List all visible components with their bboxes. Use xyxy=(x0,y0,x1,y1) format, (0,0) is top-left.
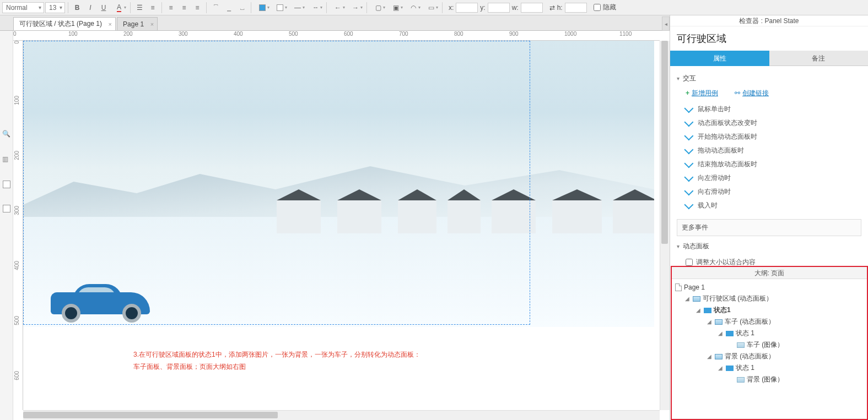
event-item[interactable]: 动态面板状态改变时 xyxy=(687,116,861,130)
w-label: w: xyxy=(512,4,519,12)
horizontal-scrollbar[interactable] xyxy=(23,410,660,420)
search-icon[interactable]: 🔍 xyxy=(2,130,11,139)
vertical-scrollbar[interactable] xyxy=(660,41,670,410)
selected-element-name: 可行驶区域 xyxy=(670,26,868,51)
paragraph-style-select[interactable]: Normal xyxy=(2,2,44,13)
event-item[interactable]: 载入时 xyxy=(687,199,861,212)
hidden-label: 隐藏 xyxy=(603,3,616,12)
outline-title: 大纲: 页面 xyxy=(672,267,867,279)
hidden-checkbox[interactable] xyxy=(594,4,601,11)
tree-driving-area[interactable]: ◢可行驶区域 (动态面板） xyxy=(675,293,864,304)
font-size-select[interactable]: 13 xyxy=(45,2,65,13)
italic-button[interactable]: I xyxy=(84,2,96,14)
valign-middle-button[interactable]: ⎯ xyxy=(223,2,235,14)
left-panel-tabs: 🔍 ▥ xyxy=(0,31,13,420)
padding-button[interactable]: ▭ xyxy=(423,2,439,14)
event-item[interactable]: 向左滑动时 xyxy=(687,171,861,185)
create-link-link[interactable]: ⚯创建链接 xyxy=(735,89,769,98)
shadow-outer-button[interactable]: ▢ xyxy=(370,2,386,14)
top-toolbar: Normal 13 B I U A ☰ ≡ ≡ ≡ ≡ ⎴ ⎯ ⎵ — ╌ ← … xyxy=(0,0,868,15)
fill-color-button[interactable] xyxy=(254,2,271,14)
tree-car-panel[interactable]: ◢车子 (动态面板） xyxy=(675,316,864,328)
h-label: h: xyxy=(557,4,563,12)
arrow-start-button[interactable]: ← xyxy=(330,2,346,14)
y-label: y: xyxy=(480,4,485,12)
x-label: x: xyxy=(449,4,454,12)
tree-car-image[interactable]: 车子 (图像） xyxy=(675,339,864,351)
arrow-end-button[interactable]: → xyxy=(347,2,364,14)
tree-bg-panel[interactable]: ◢背景 (动态面板） xyxy=(675,351,864,362)
wh-lock-icon[interactable]: ⇄ xyxy=(549,4,555,12)
valign-top-button[interactable]: ⎴ xyxy=(209,2,222,14)
tab-active[interactable]: 可行驶区域 / 状态1 (Page 1) × xyxy=(13,17,116,30)
font-color-button[interactable]: A xyxy=(111,2,127,14)
valign-bottom-button[interactable]: ⎵ xyxy=(236,2,248,14)
event-item[interactable]: 结束拖放动态面板时 xyxy=(687,157,861,171)
horizontal-ruler: 010020030040050060070080090010001100 xyxy=(13,31,660,41)
corner-radius-button[interactable]: ◠ xyxy=(405,2,422,14)
vertical-ruler: 0100200300400500600 xyxy=(13,41,23,410)
close-icon[interactable]: × xyxy=(109,21,112,28)
section-dynamic-panel[interactable]: ▾动态面板 xyxy=(670,238,868,254)
add-case-link[interactable]: +新增用例 xyxy=(686,89,718,98)
fit-content-checkbox[interactable] xyxy=(686,259,693,266)
section-interactions[interactable]: ▾交互 xyxy=(670,70,868,86)
align-center-button[interactable]: ≡ xyxy=(178,2,190,14)
event-list: 鼠标单击时动态面板状态改变时开始拖动动态面板时拖动动态面板时结束拖放动态面板时向… xyxy=(670,102,868,217)
inspector-toggle-handle[interactable]: ◂ xyxy=(662,17,670,31)
tab-active-label: 可行驶区域 / 状态1 (Page 1) xyxy=(19,19,102,29)
w-input[interactable] xyxy=(521,3,543,13)
tree-page[interactable]: Page 1 xyxy=(675,281,864,293)
more-events-button[interactable]: 更多事件 xyxy=(677,219,861,236)
line-weight-button[interactable]: — xyxy=(289,2,306,14)
tree-bg-state[interactable]: ◢状态 1 xyxy=(675,362,864,374)
tree-car-state[interactable]: ◢状态 1 xyxy=(675,328,864,339)
event-item[interactable]: 拖动动态面板时 xyxy=(687,144,861,157)
outline-tree: Page 1 ◢可行驶区域 (动态面板） ◢状态1 ◢车子 (动态面板） ◢状态… xyxy=(672,279,867,388)
tab-page1-label: Page 1 xyxy=(123,20,144,28)
selection-outline xyxy=(23,41,530,325)
y-input[interactable] xyxy=(488,3,510,13)
bullet-list-button[interactable]: ☰ xyxy=(133,2,145,14)
event-item[interactable]: 鼠标单击时 xyxy=(687,102,861,116)
close-icon[interactable]: × xyxy=(150,21,154,28)
bold-button[interactable]: B xyxy=(71,2,83,14)
line-color-button[interactable] xyxy=(272,2,288,14)
tab-properties[interactable]: 属性 xyxy=(670,51,769,66)
number-list-button[interactable]: ≡ xyxy=(147,2,159,14)
event-item[interactable]: 向右滑动时 xyxy=(687,185,861,199)
tree-bg-image[interactable]: 背景 (图像） xyxy=(675,374,864,385)
line-style-button[interactable]: ╌ xyxy=(307,2,324,14)
design-canvas[interactable]: 3.在可行驶区域面板的状态1中，添加两张图片，一张为背景，一张为车子，分别转化为… xyxy=(23,41,660,410)
event-item[interactable]: 开始拖动动态面板时 xyxy=(687,130,861,144)
outline-panel: 大纲: 页面 Page 1 ◢可行驶区域 (动态面板） ◢状态1 ◢车子 (动态… xyxy=(671,266,868,420)
h-input[interactable] xyxy=(565,3,587,13)
widget-icon[interactable] xyxy=(3,181,10,188)
tab-page1[interactable]: Page 1 × xyxy=(117,17,158,30)
underline-button[interactable]: U xyxy=(98,2,110,14)
annotation-text: 3.在可行驶区域面板的状态1中，添加两张图片，一张为背景，一张为车子，分别转化为… xyxy=(133,349,552,373)
tab-notes[interactable]: 备注 xyxy=(769,51,869,66)
align-right-button[interactable]: ≡ xyxy=(191,2,203,14)
shadow-inner-button[interactable]: ▣ xyxy=(387,2,404,14)
align-left-button[interactable]: ≡ xyxy=(165,2,177,14)
inspector-title: 检查器 : Panel State xyxy=(670,15,868,26)
library-icon[interactable]: ▥ xyxy=(2,155,11,164)
master-icon[interactable] xyxy=(3,205,10,212)
x-input[interactable] xyxy=(456,3,478,13)
tree-state1[interactable]: ◢状态1 xyxy=(675,304,864,316)
canvas-area: 🔍 ▥ 010020030040050060070080090010001100… xyxy=(0,31,670,420)
